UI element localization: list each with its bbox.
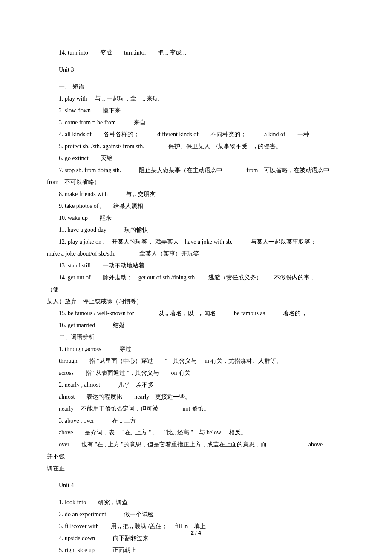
text-line: through 指 "从里面（中心）穿过 "，其含义与 in 有关，尤指森林、人… bbox=[47, 355, 337, 367]
text-line: across 指 "从表面通过 "，其含义与 on 有关 bbox=[47, 367, 337, 379]
text-line: 14. turn into 变成； turn,into, 把 ,, 变成 ,, bbox=[47, 47, 337, 59]
text-line: 3. above , over 在 ,, 上方 bbox=[47, 415, 337, 427]
text-line: over 也有 "在,, 上方 "的意思，但是它着重指正上方，或盖在上面的意思，… bbox=[47, 439, 337, 463]
page-content: 14. turn into 变成； turn,into, 把 ,, 变成 ,,U… bbox=[47, 47, 337, 555]
text-line: 二、词语辨析 bbox=[47, 331, 337, 343]
page-edge-decoration bbox=[375, 68, 375, 529]
text-line: 10. wake up 醒来 bbox=[47, 212, 337, 224]
text-line: 1. look into 研究，调查 bbox=[47, 497, 337, 509]
text-line: above 是介词，表 "在,, 上方 "， "比,, 还高 "，与 below… bbox=[47, 427, 337, 439]
text-line: almost 表达的程度比 nearly 更接近一些。 bbox=[47, 391, 337, 403]
text-line: 6. go extinct 灭绝 bbox=[47, 152, 337, 164]
text-line: 5. protect sb. /sth. against/ from sth. … bbox=[47, 141, 337, 152]
text-line: 9. take photos of , 给某人照相 bbox=[47, 200, 337, 212]
text-line: make a joke about/of sb./sth. 拿某人（某事）开玩笑 bbox=[47, 248, 337, 260]
blank-line bbox=[47, 492, 337, 497]
blank-line bbox=[47, 59, 337, 64]
text-line: 某人）放弃、停止或戒除（习惯等） bbox=[47, 296, 337, 308]
text-line: 调在正 bbox=[47, 463, 337, 474]
text-line: 7. stop sb. from doing sth. 阻止某人做某事（在主动语… bbox=[47, 164, 337, 176]
text-line: 13. stand still 一动不动地站着 bbox=[47, 260, 337, 272]
text-line: 3. come from = be from 来自 bbox=[47, 117, 337, 129]
text-line: 4. all kinds of 各种各样的； different kinds o… bbox=[47, 129, 337, 141]
text-line: 8. make friends with 与 ,, 交朋友 bbox=[47, 188, 337, 200]
text-line: 1. through ,across 穿过 bbox=[47, 343, 337, 355]
text-line: Unit 3 bbox=[47, 64, 337, 76]
text-line: 12. play a joke on , 开某人的玩笑， 戏弄某人；have a… bbox=[47, 236, 337, 248]
text-line: Unit 4 bbox=[47, 480, 337, 492]
text-line: 2. nearly , almost 几乎，差不多 bbox=[47, 379, 337, 391]
text-line: 1. play with 与 ,, 一起玩；拿 ,, 来玩 bbox=[47, 93, 337, 105]
text-line: 14. get out of 除外走动； get out of sth./doi… bbox=[47, 272, 337, 296]
text-line: 一、 短语 bbox=[47, 81, 337, 93]
text-line: from 不可以省略） bbox=[47, 176, 337, 188]
text-line: 2. slow down 慢下来 bbox=[47, 105, 337, 117]
document-page: 14. turn into 变成； turn,into, 把 ,, 变成 ,,U… bbox=[0, 0, 392, 555]
text-line: 5. right side up 正面朝上 bbox=[47, 544, 337, 555]
text-line: 15. be famous / well-known for 以 ,, 著名，以… bbox=[47, 308, 337, 319]
text-line: 11. have a good day 玩的愉快 bbox=[47, 224, 337, 236]
text-line: 2. do an experiment 做一个试验 bbox=[47, 509, 337, 520]
text-line: 16. get married 结婚 bbox=[47, 319, 337, 331]
blank-line bbox=[47, 474, 337, 480]
page-footer: 2 / 4 bbox=[0, 528, 392, 538]
text-line: nearly 不能用于修饰否定词，但可被 not 修饰。 bbox=[47, 403, 337, 415]
blank-line bbox=[47, 76, 337, 81]
